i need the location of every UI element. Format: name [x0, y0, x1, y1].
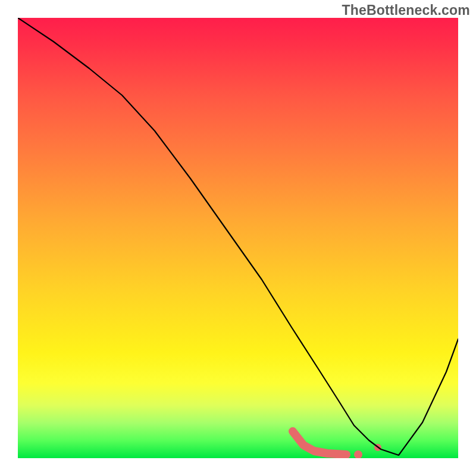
- highlight-segment: [293, 431, 346, 455]
- watermark: TheBottleneck.com: [342, 2, 470, 18]
- highlight-dot-1: [354, 450, 362, 458]
- plot-area: [18, 18, 458, 458]
- chart-svg: [18, 18, 458, 458]
- curve-line: [18, 18, 458, 455]
